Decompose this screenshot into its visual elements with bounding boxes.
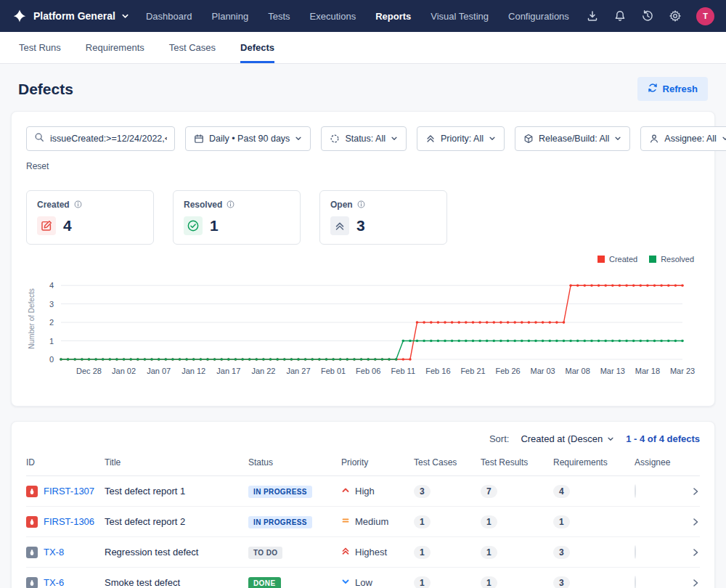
col-test-results: Test Results [481,457,553,467]
search-box [26,126,175,151]
package-icon [523,134,534,144]
priority-label: Medium [355,516,388,527]
nav-configurations[interactable]: Configurations [508,11,569,22]
stat-created-value: 4 [63,217,72,234]
refresh-button[interactable]: Refresh [637,77,708,101]
svg-text:3: 3 [49,300,54,309]
defect-id-link[interactable]: FIRST-1306 [44,516,94,527]
calendar-icon [194,134,204,144]
chevron-right-icon[interactable] [680,518,700,526]
col-title: Title [105,457,248,467]
user-avatar[interactable]: T [696,7,714,25]
legend-resolved-label: Resolved [661,255,694,264]
test-cases-count: 3 [414,485,431,498]
nav-planning[interactable]: Planning [212,11,249,22]
nav-reports[interactable]: Reports [375,11,411,22]
chevron-down-icon [121,12,129,20]
status-badge: IN PROGRESS [248,516,312,528]
test-cases-count: 1 [414,576,431,588]
test-cases-count: 1 [414,515,431,528]
svg-text:0: 0 [49,355,54,364]
sort-label: Sort: [489,433,509,444]
nav-visual-testing[interactable]: Visual Testing [431,11,489,22]
assignee-avatar[interactable] [635,545,636,559]
svg-text:Mar 13: Mar 13 [600,367,625,375]
release-build-filter[interactable]: Release/Build: All [515,126,630,151]
table-row[interactable]: FIRST-1307 Test defect report 1 IN PROGR… [26,476,700,507]
bell-icon[interactable] [613,9,627,23]
defect-id-link[interactable]: TX-8 [44,547,64,558]
info-icon[interactable] [227,198,234,211]
svg-text:Mar 18: Mar 18 [635,367,660,375]
tab-defects[interactable]: Defects [240,32,274,63]
status-icon [330,134,340,144]
search-icon [34,132,44,145]
defect-id-link[interactable]: TX-6 [44,577,64,588]
status-badge: TO DO [248,547,282,559]
tab-test-runs[interactable]: Test Runs [19,32,61,63]
date-range-filter[interactable]: Daily • Past 90 days [185,126,311,151]
requirements-count: 4 [553,485,570,498]
priority-filter[interactable]: Priority: All [417,126,505,151]
bug-icon [26,547,38,558]
main-nav: Dashboard Planning Tests Executions Repo… [146,11,569,22]
nav-dashboard[interactable]: Dashboard [146,11,192,22]
sort-select[interactable]: Created at (Descen [521,433,614,444]
svg-text:Jan 17: Jan 17 [216,367,240,375]
test-cases-count: 1 [414,546,431,559]
chart-legend: Created Resolved [26,255,700,264]
reset-filters-link[interactable]: Reset [26,161,49,171]
date-range-value: Daily • Past 90 days [209,134,290,144]
stat-resolved-label: Resolved [184,200,222,210]
stat-resolved-value: 1 [210,217,219,234]
app-logo-icon [12,8,28,24]
status-filter[interactable]: Status: All [321,126,407,151]
download-icon[interactable] [586,9,599,23]
priority-label: High [355,486,375,497]
chevron-right-icon[interactable] [680,579,700,587]
info-icon[interactable] [74,198,82,211]
nav-executions[interactable]: Executions [310,11,356,22]
col-id: ID [26,457,105,467]
status-badge: IN PROGRESS [248,486,312,498]
table-row[interactable]: TX-8 Regression test defect TO DO Highes… [26,537,700,568]
svg-text:Jan 07: Jan 07 [147,367,171,375]
status-filter-value: Status: All [345,134,386,144]
requirements-count: 3 [553,546,570,559]
chevron-right-icon[interactable] [680,487,700,496]
assignee-avatar[interactable] [635,484,636,498]
svg-text:2: 2 [49,318,54,327]
svg-text:Number of Defects: Number of Defects [28,288,36,348]
refresh-icon [648,83,658,95]
assignee-filter-value: Assignee: All [664,134,717,144]
chevron-right-icon[interactable] [680,548,700,557]
page-header: Defects Refresh [0,64,726,111]
svg-text:Feb 26: Feb 26 [495,367,520,375]
project-name: Platform General [33,10,115,22]
info-icon[interactable] [357,198,365,211]
result-count: 1 - 4 of 4 defects [626,433,700,444]
test-results-count: 1 [481,515,497,528]
table-row[interactable]: FIRST-1306 Test defect report 2 IN PROGR… [26,507,700,537]
defect-id-link[interactable]: FIRST-1307 [44,486,94,497]
svg-text:Mar 23: Mar 23 [670,367,695,375]
history-icon[interactable] [641,9,654,23]
tab-test-cases[interactable]: Test Cases [169,32,216,63]
test-results-count: 1 [481,576,497,588]
col-test-cases: Test Cases [414,457,481,467]
table-row[interactable]: TX-6 Smoke test defect DONE Low 1 1 3 [26,568,700,588]
search-input[interactable] [50,134,167,144]
gear-icon[interactable] [669,9,682,23]
assignee-filter[interactable]: Assignee: All [640,126,726,151]
priority-filter-value: Priority: All [441,134,484,144]
tab-requirements[interactable]: Requirements [86,32,144,63]
legend-resolved: Resolved [649,255,694,264]
nav-tests[interactable]: Tests [268,11,290,22]
assignee-avatar[interactable] [635,576,636,588]
legend-resolved-swatch [649,256,656,263]
project-selector[interactable]: Platform General [12,8,129,24]
check-circle-icon [184,216,203,235]
svg-text:Feb 21: Feb 21 [460,367,485,375]
svg-text:Dec 28: Dec 28 [76,367,102,375]
chevrons-up-icon [425,134,436,144]
